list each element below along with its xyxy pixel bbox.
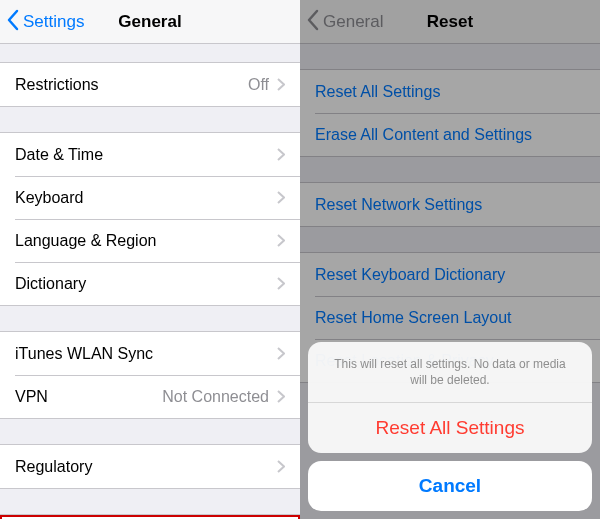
screen-general: Settings General Restrictions Off Date &…	[0, 0, 300, 519]
back-button-settings[interactable]: Settings	[6, 0, 84, 44]
row-label: VPN	[15, 388, 162, 406]
row-label: Restrictions	[15, 76, 248, 94]
chevron-right-icon	[277, 191, 285, 204]
row-keyboard[interactable]: Keyboard	[0, 176, 300, 219]
row-label: Dictionary	[15, 275, 277, 293]
chevron-right-icon	[277, 148, 285, 161]
page-title-general: General	[118, 12, 181, 32]
action-sheet: This will reset all settings. No data or…	[308, 342, 592, 511]
back-label: Settings	[23, 12, 84, 32]
chevron-right-icon	[277, 390, 285, 403]
row-itunes-wlan-sync[interactable]: iTunes WLAN Sync	[0, 332, 300, 375]
row-label: Regulatory	[15, 458, 277, 476]
row-dictionary[interactable]: Dictionary	[0, 262, 300, 305]
action-sheet-message: This will reset all settings. No data or…	[308, 342, 592, 402]
row-date-time[interactable]: Date & Time	[0, 133, 300, 176]
action-sheet-block: This will reset all settings. No data or…	[308, 342, 592, 453]
navbar-general: Settings General	[0, 0, 300, 44]
chevron-right-icon	[277, 78, 285, 91]
row-label: Date & Time	[15, 146, 277, 164]
row-value: Off	[248, 76, 269, 94]
row-reset[interactable]: Reset	[0, 515, 300, 519]
row-value: Not Connected	[162, 388, 269, 406]
row-language-region[interactable]: Language & Region	[0, 219, 300, 262]
row-regulatory[interactable]: Regulatory	[0, 445, 300, 488]
row-label: iTunes WLAN Sync	[15, 345, 277, 363]
screen-reset: General Reset Reset All Settings Erase A…	[300, 0, 600, 519]
chevron-right-icon	[277, 277, 285, 290]
action-reset-all-settings[interactable]: Reset All Settings	[308, 402, 592, 453]
chevron-right-icon	[277, 347, 285, 360]
row-label: Language & Region	[15, 232, 277, 250]
row-label: Keyboard	[15, 189, 277, 207]
action-cancel[interactable]: Cancel	[308, 461, 592, 511]
chevron-right-icon	[277, 460, 285, 473]
chevron-left-icon	[6, 9, 23, 36]
chevron-right-icon	[277, 234, 285, 247]
row-restrictions[interactable]: Restrictions Off	[0, 63, 300, 106]
row-vpn[interactable]: VPN Not Connected	[0, 375, 300, 418]
